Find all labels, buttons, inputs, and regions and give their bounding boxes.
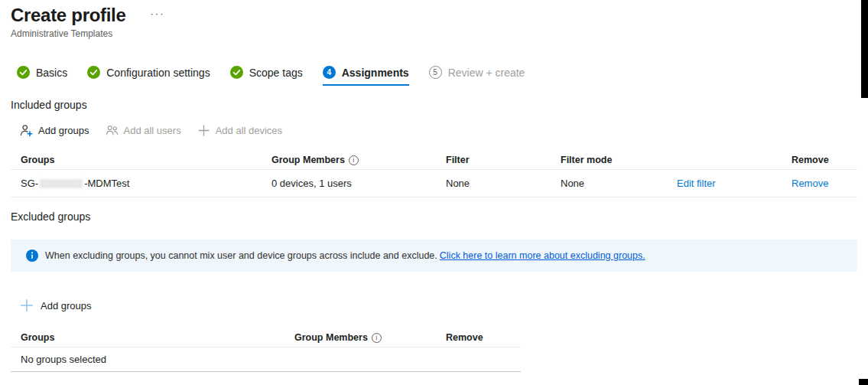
info-circle-icon[interactable] bbox=[372, 333, 382, 343]
column-header-filter-mode: Filter mode bbox=[561, 155, 677, 165]
plus-icon bbox=[20, 299, 34, 312]
step-label: Scope tags bbox=[249, 67, 303, 79]
context-menu-icon[interactable]: ··· bbox=[151, 10, 165, 18]
page-header: Create profile ··· Administrative Templa… bbox=[11, 0, 868, 39]
add-all-users-label: Add all users bbox=[124, 125, 181, 136]
excluded-add-groups-button[interactable]: Add groups bbox=[20, 299, 92, 312]
step-label: Assignments bbox=[342, 67, 409, 79]
step-label: Review + create bbox=[448, 67, 525, 79]
info-banner-text: When excluding groups, you cannot mix us… bbox=[45, 250, 437, 261]
page-title: Create profile bbox=[11, 4, 126, 27]
group-members-cell: 0 devices, 1 users bbox=[271, 178, 446, 189]
included-groups-toolbar: Add groups Add all users Add all devices bbox=[11, 124, 868, 137]
step-number-badge: 4 bbox=[323, 66, 336, 79]
step-configuration-settings[interactable]: Configuration settings bbox=[87, 66, 210, 86]
column-header-label: Group Members bbox=[271, 155, 345, 165]
group-name-cell: SG--MDMTest bbox=[11, 178, 271, 189]
column-header-filter: Filter bbox=[446, 155, 561, 165]
column-header-remove: Remove bbox=[446, 332, 521, 343]
check-circle-icon bbox=[87, 66, 100, 79]
column-header-groups: Groups bbox=[11, 155, 271, 165]
included-groups-table: Groups Group Members Filter Filter mode … bbox=[11, 151, 857, 197]
person-add-icon bbox=[20, 124, 33, 137]
step-basics[interactable]: Basics bbox=[17, 66, 67, 86]
step-label: Basics bbox=[36, 67, 67, 79]
group-name-prefix: SG- bbox=[21, 178, 38, 189]
column-header-label: Group Members bbox=[294, 332, 368, 343]
add-all-devices-button[interactable]: Add all devices bbox=[197, 124, 282, 137]
table-row: SG--MDMTest 0 devices, 1 users None None… bbox=[11, 170, 857, 197]
info-icon bbox=[26, 250, 38, 262]
empty-table-row: No groups selected bbox=[11, 347, 521, 372]
filter-mode-cell: None bbox=[561, 178, 677, 189]
table-header-row: Groups Group Members Filter Filter mode … bbox=[11, 151, 857, 170]
group-name-suffix: -MDMTest bbox=[84, 178, 129, 189]
remove-link[interactable]: Remove bbox=[792, 178, 828, 189]
edit-filter-link[interactable]: Edit filter bbox=[677, 178, 716, 189]
step-number-badge: 5 bbox=[429, 66, 442, 79]
excluded-groups-table: Groups Group Members Remove No groups se… bbox=[11, 328, 521, 372]
included-groups-heading: Included groups bbox=[11, 99, 868, 111]
filter-cell: None bbox=[446, 178, 561, 189]
excluded-add-groups-label: Add groups bbox=[41, 300, 92, 312]
table-header-row: Groups Group Members Remove bbox=[11, 328, 521, 347]
excluded-groups-heading: Excluded groups bbox=[11, 210, 868, 223]
add-all-users-button[interactable]: Add all users bbox=[106, 124, 181, 137]
page-subtitle: Administrative Templates bbox=[11, 28, 868, 39]
add-groups-label: Add groups bbox=[38, 125, 89, 136]
step-label: Configuration settings bbox=[106, 67, 210, 79]
add-all-devices-label: Add all devices bbox=[216, 125, 282, 136]
plus-icon bbox=[197, 124, 210, 137]
redaction-mark bbox=[859, 379, 868, 385]
step-assignments[interactable]: 4 Assignments bbox=[323, 66, 409, 86]
people-icon bbox=[106, 124, 119, 137]
column-header-remove: Remove bbox=[792, 155, 857, 165]
info-banner: When excluding groups, you cannot mix us… bbox=[11, 240, 857, 272]
step-scope-tags[interactable]: Scope tags bbox=[230, 66, 303, 86]
redacted-text bbox=[40, 179, 83, 188]
add-groups-button[interactable]: Add groups bbox=[20, 124, 89, 137]
check-circle-icon bbox=[17, 66, 30, 79]
check-circle-icon bbox=[230, 66, 243, 79]
column-header-groups: Groups bbox=[11, 332, 294, 343]
info-circle-icon[interactable] bbox=[349, 155, 359, 165]
column-header-group-members: Group Members bbox=[294, 332, 446, 343]
step-review-create[interactable]: 5 Review + create bbox=[429, 66, 525, 86]
wizard-steps: Basics Configuration settings Scope tags… bbox=[11, 66, 868, 86]
learn-more-link[interactable]: Click here to learn more about excluding… bbox=[440, 250, 645, 261]
column-header-group-members: Group Members bbox=[271, 155, 446, 165]
redaction-bar bbox=[861, 0, 868, 98]
